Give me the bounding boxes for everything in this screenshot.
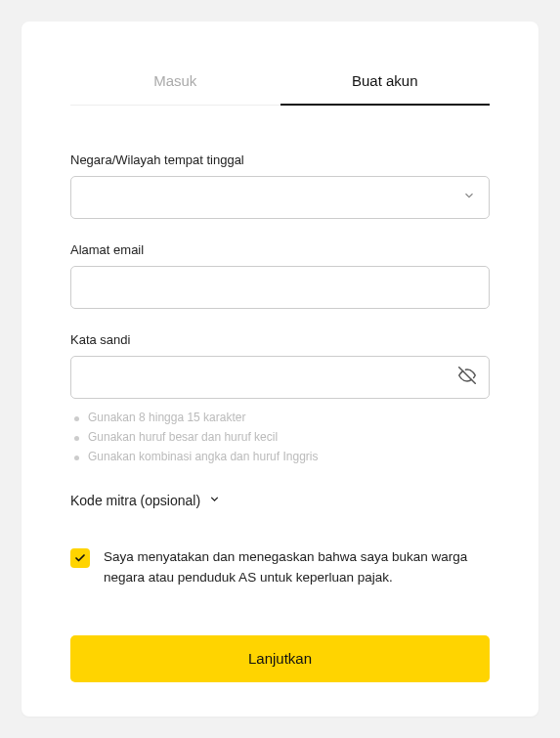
- partner-code-toggle[interactable]: Kode mitra (opsional): [70, 493, 490, 508]
- agreement-text: Saya menyatakan dan menegaskan bahwa say…: [104, 547, 490, 588]
- password-field-group: Kata sandi Gunakan 8 hingga 15 karakter …: [70, 332, 490, 463]
- tab-login[interactable]: Masuk: [70, 72, 280, 105]
- country-label: Negara/Wilayah tempat tinggal: [70, 152, 490, 167]
- email-field-group: Alamat email: [70, 242, 490, 309]
- tab-signup[interactable]: Buat akun: [280, 72, 491, 105]
- email-input[interactable]: [70, 266, 490, 309]
- password-hints: Gunakan 8 hingga 15 karakter Gunakan hur…: [70, 411, 490, 463]
- country-field-group: Negara/Wilayah tempat tinggal: [70, 152, 490, 219]
- email-label: Alamat email: [70, 242, 490, 257]
- continue-button[interactable]: Lanjutkan: [70, 635, 490, 682]
- auth-tabs: Masuk Buat akun: [70, 72, 490, 106]
- password-input[interactable]: [70, 356, 490, 399]
- password-label: Kata sandi: [70, 332, 490, 347]
- signup-card: Masuk Buat akun Negara/Wilayah tempat ti…: [22, 22, 538, 716]
- chevron-down-icon: [208, 493, 221, 508]
- password-hint: Gunakan kombinasi angka dan huruf Inggri…: [74, 450, 490, 463]
- agreement-row: Saya menyatakan dan menegaskan bahwa say…: [70, 547, 490, 588]
- eye-off-icon[interactable]: [458, 367, 476, 388]
- password-hint: Gunakan 8 hingga 15 karakter: [74, 411, 490, 424]
- password-hint: Gunakan huruf besar dan huruf kecil: [74, 430, 490, 444]
- country-select[interactable]: [70, 176, 490, 219]
- agreement-checkbox[interactable]: [70, 548, 90, 568]
- partner-code-label: Kode mitra (opsional): [70, 493, 200, 508]
